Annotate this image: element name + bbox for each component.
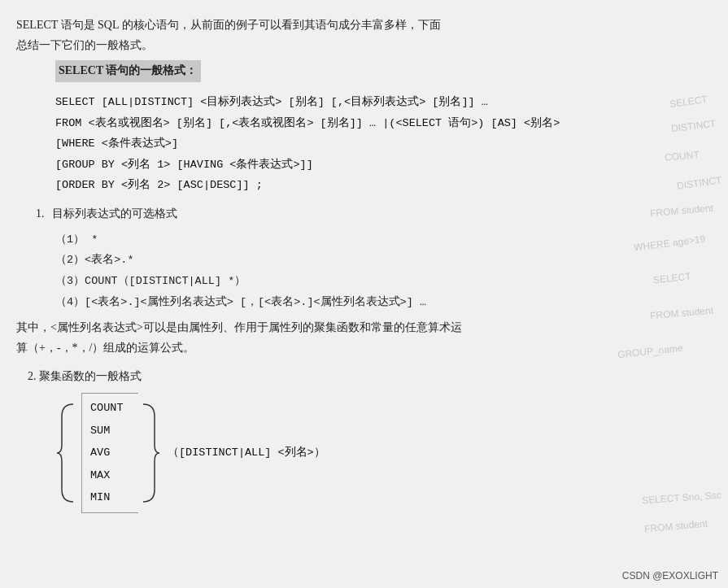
section1-number: 1. [36,207,45,220]
func-min: MIN [82,486,138,509]
func-sum: SUM [82,420,138,442]
func-count: COUNT [82,397,138,420]
numbered-section-1: 1. 目标列表达式的可选格式 [36,204,712,224]
section2-heading: 2. 聚集函数的一般格式 [28,367,712,387]
paren-items: （1） * （2）<表名>.* （3）COUNT（[DISTINCT|ALL] … [46,229,712,313]
func-args: （[DISTINCT|ALL] <列名>） [168,443,325,463]
right-brace-svg [138,400,161,506]
watermark-text: FROM student [644,518,708,535]
intro-line2: 总结一下它们的一般格式。 [16,39,153,51]
intro-paragraph: SELECT 语句是 SQL 的核心语句，从前面的例子可以看到其语句成分丰富多样… [16,15,712,55]
section1-heading: SELECT 语句的一般格式： [55,60,201,82]
csdn-watermark: CSDN @EXOXLIGHT [622,570,718,581]
paren-item-3: （3）COUNT（[DISTINCT|ALL] *） [55,271,712,292]
section2-number: 2. [28,370,39,382]
code-line-4: [GROUP BY <列名 1> [HAVING <条件表达式>]] [55,155,712,176]
code-block: SELECT [ALL|DISTINCT] <目标列表达式> [别名] [,<目… [55,92,712,196]
closing-paragraph: 其中，<属性列名表达式>可以是由属性列、作用于属性列的聚集函数和常量的任意算术运… [16,317,712,358]
code-line-5: [ORDER BY <列名 2> [ASC|DESC]] ; [55,175,712,196]
right-brace [138,400,161,506]
func-max: MAX [82,464,138,487]
paren-item-2: （2）<表名>.* [55,250,712,271]
section1-title: 目标列表达式的可选格式 [52,207,177,220]
paren-item-1: （1） * [55,229,712,250]
left-brace [55,400,78,506]
code-line-3: [WHERE <条件表达式>] [55,133,712,155]
intro-line1: SELECT 语句是 SQL 的核心语句，从前面的例子可以看到其语句成分丰富多样… [16,19,441,31]
code-line-2: FROM <表名或视图名> [别名] [,<表名或视图名> [别名]] … |(… [55,113,712,134]
main-content: SELECT 语句是 SQL 的核心语句，从前面的例子可以看到其语句成分丰富多样… [16,15,712,513]
func-names-block: COUNT SUM AVG MAX MIN [81,393,138,513]
aggregate-container: COUNT SUM AVG MAX MIN （[DISTINCT|ALL] <列… [55,393,712,513]
paren-item-4: （4）[<表名>.]<属性列名表达式> [，[<表名>.]<属性列名表达式>] … [55,292,712,313]
left-brace-svg [55,400,78,506]
section2-title: 聚集函数的一般格式 [39,370,142,382]
func-avg: AVG [82,442,138,464]
code-line-1: SELECT [ALL|DISTINCT] <目标列表达式> [别名] [,<目… [55,92,712,113]
